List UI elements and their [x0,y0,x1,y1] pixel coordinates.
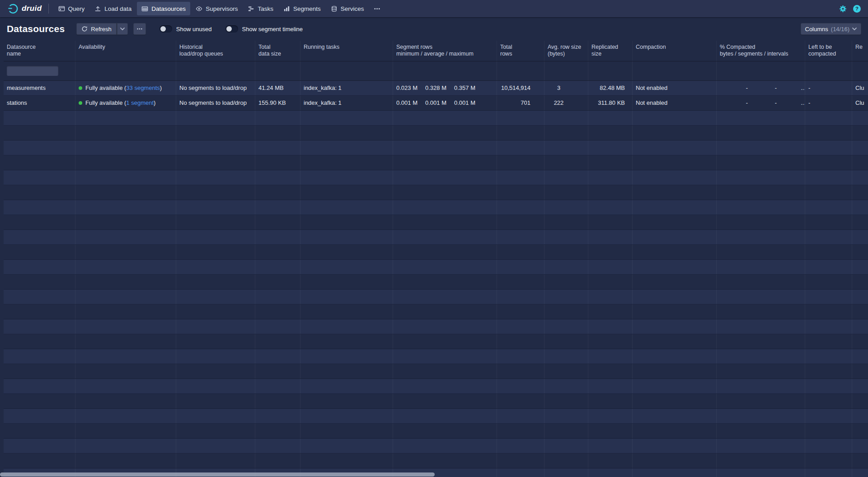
left-to-compact-cell: - [805,81,852,95]
chevron-down-icon [120,28,125,30]
nav-item-label: Supervisors [206,5,238,12]
total-rows-cell: 10,514,914 [497,81,544,95]
empty-table-row [4,424,868,439]
col-header-avg-row-size[interactable]: Avg. row size (bytes) [544,41,588,61]
top-navigation-bar: druid Query Load data Datasources Superv… [0,0,868,17]
col-header-line: data size [258,51,297,57]
segment-rows-cell: 0.023 M0.328 M0.357 M [393,81,497,95]
page-header: Datasources Refresh Show unused Show seg… [0,17,868,41]
nav-item-label: Load data [104,5,131,12]
empty-table-row [4,200,868,215]
col-header-line: Replicated [591,44,629,51]
refresh-button-label: Refresh [91,26,112,33]
col-header-historical-queues[interactable]: Historical load/drop queues [176,41,255,61]
nav-item-services[interactable]: Services [326,2,369,15]
pct-segments: - [749,81,778,95]
segments-count-link[interactable]: 1 segment [126,99,154,106]
nav-item-label: Services [341,5,364,12]
columns-button-label: Columns [805,26,828,33]
pct-compacted-cell: --... [717,96,805,110]
show-unused-label: Show unused [176,26,212,33]
nav-item-tasks[interactable]: Tasks [243,2,278,15]
empty-table-row [4,155,868,170]
col-header-pct-compacted[interactable]: % Compacted bytes / segments / intervals [717,41,805,61]
toggle-track[interactable] [160,25,172,33]
nav-more-button[interactable] [369,2,385,15]
col-header-line: Availability [79,44,173,51]
col-header-segment-rows[interactable]: Segment rows minimum / average / maximum [393,41,497,61]
horizontal-scrollbar-thumb[interactable] [0,472,435,477]
col-header-total-data-size[interactable]: Total data size [255,41,300,61]
segments-count-link[interactable]: 33 segments [126,84,160,91]
pct-compacted-cell: --... [717,81,805,95]
pct-bytes: - [720,81,749,95]
empty-table-row [4,260,868,275]
col-header-total-rows[interactable]: Total rows [497,41,544,61]
empty-table-row [4,319,868,334]
col-header-line: load/drop queues [179,51,252,57]
columns-button[interactable]: Columns (14/16) [801,23,862,35]
col-header-line: Segment rows [396,44,493,51]
datasource-name-cell[interactable]: measurements [4,81,75,95]
druid-logo-icon [7,3,19,14]
col-header-line: Left to be [808,44,849,51]
empty-table-row [4,394,868,409]
datasource-name-cell[interactable]: stations [4,96,75,110]
show-segment-timeline-toggle[interactable]: Show segment timeline [225,25,303,33]
segment-rows-avg: 0.328 M [425,81,454,95]
show-unused-toggle[interactable]: Show unused [160,25,212,33]
col-header-datasource-name[interactable]: Datasource name [4,41,75,61]
empty-table-row [4,126,868,140]
col-header-availability[interactable]: Availability [75,41,176,61]
nav-item-datasources[interactable]: Datasources [137,2,190,15]
nav-item-label: Query [68,5,85,12]
pct-bytes: - [720,96,749,110]
refresh-button[interactable]: Refresh [76,23,117,35]
col-header-retention[interactable]: Re [852,41,868,61]
replicated-size-cell: 311.80 KB [588,96,633,110]
more-actions-button[interactable] [133,23,146,35]
nav-item-label: Datasources [151,5,186,12]
help-icon[interactable]: ? [853,5,861,13]
refresh-dropdown-button[interactable] [117,23,128,35]
running-tasks-cell: index_kafka: 1 [300,81,393,95]
nav-item-query[interactable]: Query [54,2,89,15]
query-console-icon [58,5,65,12]
col-header-line: % Compacted [720,44,802,51]
name-filter-input[interactable] [7,66,58,76]
total-data-size-cell: 41.24 MB [255,81,300,95]
settings-gear-icon[interactable] [839,5,847,13]
druid-logo[interactable]: druid [5,3,44,14]
chevron-down-icon [852,28,857,30]
col-header-line: Avg. row size [548,44,585,51]
database-icon [331,5,338,12]
table-row-measurements[interactable]: measurements Fully available (33 segment… [4,81,868,96]
table-row-stations[interactable]: stations Fully available (1 segment) No … [4,96,868,111]
more-ellipsis-icon [136,26,143,32]
empty-table-row [4,185,868,200]
total-data-size-cell: 155.90 KB [255,96,300,110]
toggle-track[interactable] [225,25,238,33]
col-header-line: Datasource [7,44,72,51]
col-header-replicated-size[interactable]: Replicated size [588,41,633,61]
eye-icon [196,5,202,12]
empty-table-row [4,439,868,454]
availability-text-close: ) [154,99,155,106]
nav-item-segments[interactable]: Segments [279,2,325,15]
col-header-running-tasks[interactable]: Running tasks [300,41,393,61]
empty-table-row [4,334,868,349]
col-header-line: compacted [808,51,849,57]
empty-table-row [4,140,868,155]
datasources-table: Datasource name Availability Historical … [4,41,868,477]
pct-intervals: ... [778,81,805,95]
available-status-dot-icon [79,86,82,90]
empty-table-row [4,409,868,424]
empty-table-row [4,454,868,468]
left-to-compact-cell: - [805,96,852,110]
nav-item-load-data[interactable]: Load data [90,2,136,15]
table-filter-row [4,61,868,81]
col-header-line: Running tasks [304,44,389,51]
col-header-compaction[interactable]: Compaction [633,41,717,61]
nav-item-supervisors[interactable]: Supervisors [191,2,242,15]
col-header-left-to-compact[interactable]: Left to be compacted [805,41,852,61]
